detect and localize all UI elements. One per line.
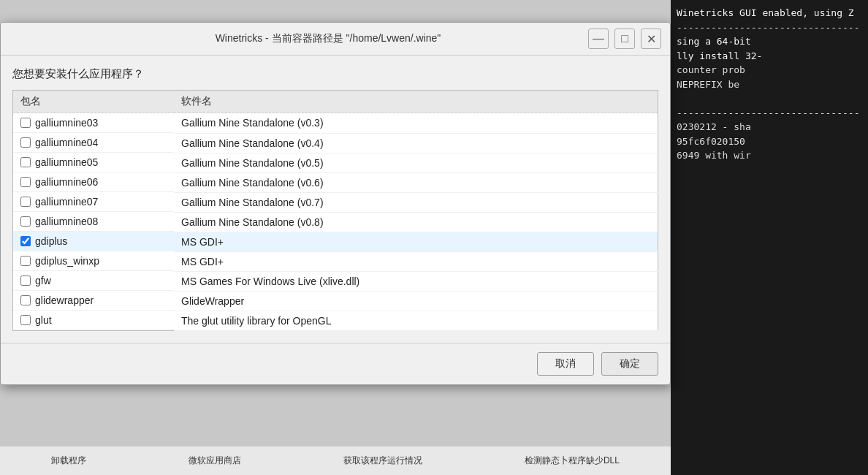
table-row: glutThe glut utility library for OpenGL	[13, 311, 658, 331]
terminal-line	[677, 91, 862, 106]
terminal-line: --------------------------------	[677, 106, 862, 121]
pkg-name: gdiplus	[35, 235, 67, 247]
bottom-bar: 卸载程序 微软应用商店 获取该程序运行情况 检测静态卜程序缺少DLL	[0, 446, 671, 475]
pkg-name: glidewrapper	[35, 294, 94, 306]
pkg-cell: galliumnine07	[13, 192, 174, 212]
col-name-header: 软件名	[174, 91, 658, 113]
row-checkbox-10[interactable]	[20, 315, 31, 325]
maximize-button[interactable]: □	[614, 28, 635, 49]
software-name: Gallium Nine Standalone (v0.6)	[174, 172, 658, 192]
pkg-cell: gdiplus	[13, 232, 174, 251]
terminal-line: --------------------------------	[677, 20, 862, 35]
software-name: Gallium Nine Standalone (v0.3)	[174, 113, 658, 134]
pkg-name: galliumnine03	[35, 117, 98, 129]
pkg-cell: glidewrapper	[13, 291, 174, 311]
software-name: Gallium Nine Standalone (v0.8)	[174, 212, 658, 232]
row-checkbox-3[interactable]	[20, 177, 31, 187]
row-checkbox-2[interactable]	[20, 157, 31, 167]
pkg-name: galliumnine06	[35, 176, 98, 188]
ok-button[interactable]: 确定	[601, 352, 658, 376]
pkg-name: glut	[35, 314, 52, 326]
terminal-line: 0230212 - sha	[677, 120, 862, 134]
minimize-button[interactable]: —	[588, 28, 609, 49]
row-checkbox-8[interactable]	[20, 276, 31, 286]
software-name: Gallium Nine Standalone (v0.7)	[174, 192, 658, 212]
terminal-line: 95fc6f020150	[677, 134, 862, 149]
pkg-name: galliumnine05	[35, 156, 98, 168]
pkg-name: gdiplus_winxp	[35, 255, 99, 267]
software-name: MS GDI+	[174, 232, 658, 251]
bottom-bar-store[interactable]: 微软应用商店	[189, 455, 241, 467]
row-checkbox-5[interactable]	[20, 216, 31, 227]
software-name: The glut utility library for OpenGL	[174, 311, 658, 331]
pkg-cell: galliumnine05	[13, 153, 174, 172]
terminal-line: NEPREFIX be	[677, 77, 862, 92]
table-row: galliumnine06Gallium Nine Standalone (v0…	[13, 172, 658, 192]
software-name: GlideWrapper	[174, 291, 658, 311]
pkg-cell: gdiplus_winxp	[13, 251, 174, 271]
terminal-line: lly install 32-	[677, 49, 862, 64]
pkg-name: galliumnine08	[35, 216, 98, 227]
title-bar: Winetricks - 当前容器路径是 "/home/Lvwen/.wine"…	[1, 23, 670, 56]
row-checkbox-0[interactable]	[20, 118, 31, 128]
pkg-name: gfw	[35, 275, 51, 286]
table-row: galliumnine04Gallium Nine Standalone (v0…	[13, 133, 658, 153]
pkg-cell: galliumnine04	[13, 133, 174, 153]
bottom-bar-uninstall[interactable]: 卸载程序	[51, 455, 86, 467]
dialog-title: Winetricks - 当前容器路径是 "/home/Lvwen/.wine"	[68, 32, 588, 45]
table-row: galliumnine08Gallium Nine Standalone (v0…	[13, 212, 658, 232]
pkg-cell: galliumnine06	[13, 172, 174, 192]
terminal-line: sing a 64-bit	[677, 34, 862, 49]
table-row: galliumnine05Gallium Nine Standalone (v0…	[13, 153, 658, 172]
software-name: MS Games For Windows Live (xlive.dll)	[174, 271, 658, 291]
dialog-body: 您想要安装什么应用程序？ 包名 软件名 galliumnine03Gallium…	[1, 56, 670, 343]
row-checkbox-7[interactable]	[20, 256, 31, 266]
row-checkbox-4[interactable]	[20, 197, 31, 207]
pkg-cell: gfw	[13, 271, 174, 291]
terminal-line: Winetricks GUI enabled, using Z	[677, 6, 862, 20]
pkg-cell: glut	[13, 311, 174, 330]
terminal-line: 6949 with wir	[677, 148, 862, 163]
table-row: gfwMS Games For Windows Live (xlive.dll)	[13, 271, 658, 291]
software-name: Gallium Nine Standalone (v0.5)	[174, 153, 658, 172]
pkg-cell: galliumnine03	[13, 113, 174, 133]
package-table: 包名 软件名 galliumnine03Gallium Nine Standal…	[12, 90, 658, 331]
software-name: MS GDI+	[174, 251, 658, 271]
dialog-window: Winetricks - 当前容器路径是 "/home/Lvwen/.wine"…	[0, 22, 671, 385]
dialog-question: 您想要安装什么应用程序？	[12, 67, 658, 81]
table-row: gdiplus_winxpMS GDI+	[13, 251, 658, 271]
row-checkbox-6[interactable]	[20, 236, 31, 246]
table-row: glidewrapperGlideWrapper	[13, 291, 658, 311]
close-button[interactable]: ✕	[641, 28, 661, 49]
terminal-line: counter prob	[677, 63, 862, 77]
pkg-name: galliumnine04	[35, 137, 98, 148]
terminal-panel: Winetricks GUI enabled, using Z --------…	[671, 0, 868, 475]
table-row: gdiplusMS GDI+	[13, 232, 658, 251]
dialog-footer: 取消 确定	[1, 343, 670, 384]
software-name: Gallium Nine Standalone (v0.4)	[174, 133, 658, 153]
window-controls: — □ ✕	[588, 28, 661, 49]
bottom-bar-run-info[interactable]: 获取该程序运行情况	[343, 455, 422, 467]
pkg-cell: galliumnine08	[13, 212, 174, 232]
dialog-overlay: Winetricks - 当前容器路径是 "/home/Lvwen/.wine"…	[0, 0, 671, 475]
table-row: galliumnine03Gallium Nine Standalone (v0…	[13, 113, 658, 134]
table-row: galliumnine07Gallium Nine Standalone (v0…	[13, 192, 658, 212]
row-checkbox-9[interactable]	[20, 295, 31, 305]
cancel-button[interactable]: 取消	[537, 352, 594, 376]
bottom-bar-dll-check[interactable]: 检测静态卜程序缺少DLL	[525, 455, 620, 467]
col-pkg-header: 包名	[13, 91, 175, 113]
row-checkbox-1[interactable]	[20, 137, 31, 148]
pkg-name: galliumnine07	[35, 196, 98, 208]
